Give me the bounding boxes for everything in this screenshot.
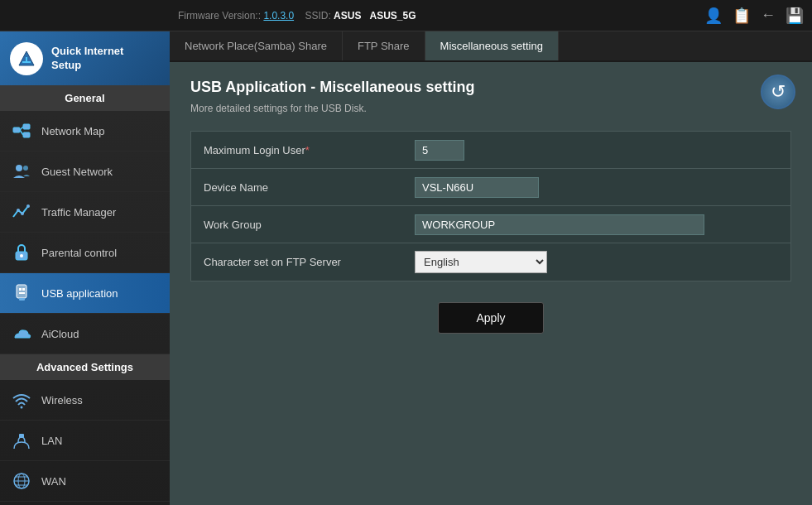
firmware-label: Firmware Version:: — [178, 10, 261, 22]
network-map-icon — [10, 119, 33, 142]
sidebar-item-guest-network[interactable]: Guest Network — [0, 152, 170, 192]
control-device-name — [406, 171, 790, 204]
control-charset: English UTF-8 GB2312 Big5 Shift-JIS — [406, 244, 790, 280]
label-work-group: Work Group — [191, 210, 406, 239]
svg-point-11 — [21, 212, 24, 215]
svg-point-10 — [17, 209, 20, 212]
sidebar-item-network-map[interactable]: Network Map — [0, 111, 170, 152]
sidebar-label-network-map: Network Map — [41, 125, 105, 137]
wan-icon — [10, 469, 33, 493]
svg-point-20 — [21, 406, 23, 409]
sidebar-label-parental-control: Parental control — [41, 247, 117, 259]
label-device-name: Device Name — [191, 173, 406, 202]
usb-application-icon — [10, 281, 33, 305]
form-row-max-login: Maximum Login User* — [191, 132, 790, 169]
lan-icon — [10, 429, 33, 452]
guest-network-icon — [10, 160, 33, 183]
sidebar-item-usb-application[interactable]: USB application — [0, 273, 170, 314]
control-work-group — [406, 208, 790, 242]
tab-misc[interactable]: Miscellaneous setting — [425, 31, 559, 60]
svg-rect-3 — [13, 127, 20, 132]
sidebar-label-usb-application: USB application — [41, 287, 118, 300]
user-icon[interactable]: 👤 — [704, 7, 723, 25]
parental-control-icon — [10, 241, 33, 264]
content-area: ↺ USB Application - Miscellaneous settin… — [170, 62, 812, 505]
logo-icon — [10, 42, 43, 75]
label-max-login: Maximum Login User* — [191, 136, 406, 165]
copy-icon[interactable]: 📋 — [733, 7, 751, 25]
aicloud-icon — [10, 322, 33, 345]
page-subtitle: More detailed settings for the USB Disk. — [190, 103, 791, 114]
advanced-section-header: Advanced Settings — [0, 354, 170, 380]
svg-rect-21 — [19, 434, 24, 438]
sidebar-label-wireless: Wireless — [41, 394, 83, 406]
svg-point-8 — [16, 165, 22, 171]
firmware-info: Firmware Version:: 1.0.3.0 SSID: ASUS AS… — [178, 10, 416, 22]
sidebar-label-aicloud: AiCloud — [41, 328, 79, 340]
input-work-group[interactable] — [415, 214, 704, 235]
settings-form: Maximum Login User* Device Name — [190, 131, 791, 281]
select-charset[interactable]: English UTF-8 GB2312 Big5 Shift-JIS — [415, 251, 547, 273]
sidebar-item-aicloud[interactable]: AiCloud — [0, 314, 170, 354]
tab-ftp[interactable]: FTP Share — [343, 31, 425, 60]
sidebar-label-lan: LAN — [41, 435, 62, 447]
control-max-login — [406, 133, 790, 167]
share-icon[interactable]: ← — [761, 7, 776, 24]
form-row-work-group: Work Group — [191, 206, 790, 243]
label-charset: Character set on FTP Server — [191, 248, 406, 277]
svg-line-6 — [20, 127, 23, 130]
apply-button[interactable]: Apply — [438, 302, 543, 334]
svg-rect-4 — [23, 124, 30, 129]
header-icons: 👤 📋 ← 💾 — [704, 7, 804, 25]
firmware-version[interactable]: 1.0.3.0 — [263, 10, 294, 22]
sidebar-item-wan[interactable]: WAN — [0, 461, 170, 502]
save-icon[interactable]: 💾 — [786, 7, 804, 25]
ssid-label: SSID: — [305, 10, 330, 22]
sidebar: Quick InternetSetup General Network Map — [0, 31, 170, 505]
sidebar-item-wireless[interactable]: Wireless — [0, 380, 170, 421]
sidebar-label-guest-network: Guest Network — [41, 166, 113, 178]
top-header: Firmware Version:: 1.0.3.0 SSID: ASUS AS… — [0, 0, 812, 31]
svg-rect-19 — [19, 298, 25, 301]
sidebar-item-parental-control[interactable]: Parental control — [0, 233, 170, 273]
form-row-charset: Character set on FTP Server English UTF-… — [191, 243, 790, 281]
svg-rect-18 — [19, 292, 25, 294]
apply-area: Apply — [190, 281, 791, 354]
ssid-5g: ASUS_5G — [369, 10, 416, 22]
tab-samba[interactable]: Network Place(Samba) Share — [170, 31, 343, 60]
quick-setup-button[interactable]: Quick InternetSetup — [0, 31, 170, 85]
input-max-login[interactable] — [415, 140, 464, 161]
sidebar-label-traffic-manager: Traffic Manager — [41, 206, 116, 219]
svg-rect-16 — [19, 288, 22, 291]
wireless-icon — [10, 388, 33, 411]
main-layout: Quick InternetSetup General Network Map — [0, 31, 812, 505]
back-button[interactable]: ↺ — [761, 75, 795, 109]
ssid-value: ASUS — [334, 10, 361, 22]
general-section-header: General — [0, 85, 170, 111]
main-content: Network Place(Samba) Share FTP Share Mis… — [170, 31, 812, 505]
svg-rect-15 — [17, 285, 26, 298]
svg-point-9 — [23, 166, 28, 171]
sidebar-item-traffic-manager[interactable]: Traffic Manager — [0, 192, 170, 233]
sidebar-item-lan[interactable]: LAN — [0, 421, 170, 461]
svg-line-7 — [20, 130, 23, 135]
page-title: USB Application - Miscellaneous setting — [190, 79, 791, 96]
svg-point-12 — [26, 204, 30, 208]
tab-bar: Network Place(Samba) Share FTP Share Mis… — [170, 31, 812, 62]
svg-rect-17 — [22, 288, 25, 291]
logo-text: Quick InternetSetup — [51, 45, 123, 73]
input-device-name[interactable] — [415, 177, 539, 198]
svg-point-14 — [20, 254, 23, 257]
sidebar-label-wan: WAN — [41, 475, 66, 488]
svg-rect-5 — [23, 132, 30, 137]
traffic-manager-icon — [10, 200, 33, 224]
form-row-device-name: Device Name — [191, 169, 790, 206]
